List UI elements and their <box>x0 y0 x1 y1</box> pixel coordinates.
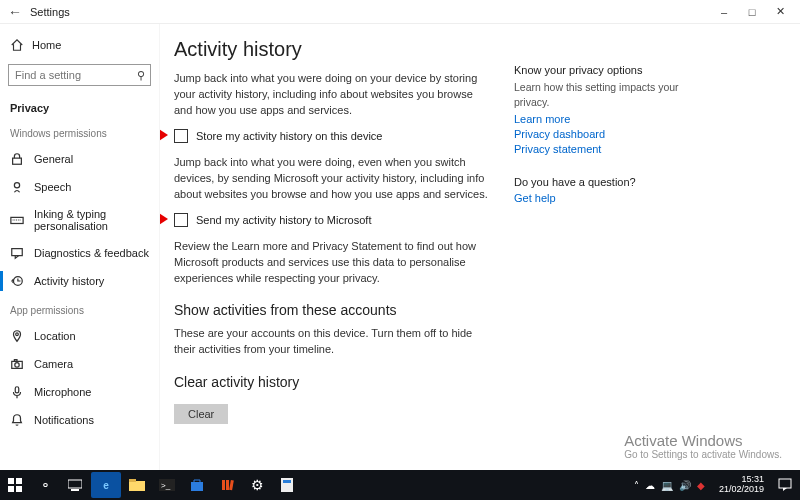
sidebar-item-label: Microphone <box>34 386 91 398</box>
red-arrow-icon <box>160 126 168 146</box>
history-icon <box>10 274 24 288</box>
action-center-icon[interactable] <box>770 470 800 500</box>
svg-rect-19 <box>71 489 79 491</box>
search-icon: ⚲ <box>137 69 145 82</box>
back-button[interactable]: ← <box>6 4 24 20</box>
lock-icon <box>10 152 24 166</box>
sidebar-item-camera[interactable]: Camera <box>0 350 159 378</box>
svg-text:>_: >_ <box>161 481 171 490</box>
taskbar-app-edge[interactable]: e <box>91 472 121 498</box>
tray-chevron-icon[interactable]: ˄ <box>634 480 639 491</box>
taskbar-date: 21/02/2019 <box>719 485 764 495</box>
sidebar-item-label: Notifications <box>34 414 94 426</box>
taskbar-clock[interactable]: 15:31 21/02/2019 <box>713 475 770 495</box>
checkbox-store-label: Store my activity history on this device <box>196 130 382 142</box>
privacy-options-text: Learn how this setting impacts your priv… <box>514 80 704 109</box>
checkbox-row-store[interactable]: Store my activity history on this device <box>174 129 494 143</box>
sidebar-item-label: Speech <box>34 181 71 193</box>
sidebar-item-inking[interactable]: Inking & typing personalisation <box>0 201 159 239</box>
red-arrow-icon <box>160 210 168 230</box>
titlebar: ← Settings – □ ✕ <box>0 0 800 24</box>
search-input[interactable] <box>8 64 151 86</box>
sidebar: Home ⚲ Privacy Windows permissions Gener… <box>0 24 160 470</box>
privacy-options-heading: Know your privacy options <box>514 64 704 76</box>
sidebar-item-label: Inking & typing personalisation <box>34 208 149 232</box>
sidebar-item-diagnostics[interactable]: Diagnostics & feedback <box>0 239 159 267</box>
svg-rect-0 <box>13 158 22 164</box>
svg-point-5 <box>16 333 19 336</box>
settings-column: Activity history Jump back into what you… <box>174 38 494 470</box>
home-icon <box>10 38 24 52</box>
bell-icon <box>10 413 24 427</box>
activation-watermark: Activate Windows Go to Settings to activ… <box>624 432 782 460</box>
intro-text-2: Jump back into what you were doing, even… <box>174 155 494 203</box>
speech-icon <box>10 180 24 194</box>
sidebar-item-location[interactable]: Location <box>0 322 159 350</box>
system-tray[interactable]: ˄ ☁ 💻 🔊 ◆ <box>626 480 713 491</box>
sidebar-item-label: General <box>34 153 73 165</box>
link-get-help[interactable]: Get help <box>514 192 704 204</box>
svg-rect-26 <box>226 480 229 490</box>
sidebar-item-general[interactable]: General <box>0 145 159 173</box>
checkbox-row-send[interactable]: Send my activity history to Microsoft <box>174 213 494 227</box>
main-panel: Activity history Jump back into what you… <box>160 24 800 470</box>
svg-marker-13 <box>160 210 168 228</box>
home-link[interactable]: Home <box>0 32 159 58</box>
accounts-text: These are your accounts on this device. … <box>174 326 494 358</box>
taskview-icon[interactable] <box>60 470 90 500</box>
keyboard-icon <box>10 213 24 227</box>
close-button[interactable]: ✕ <box>766 2 794 22</box>
taskbar-search-icon[interactable]: ⚬ <box>30 470 60 500</box>
camera-icon <box>10 357 24 371</box>
svg-point-7 <box>15 363 19 367</box>
tray-cloud-icon[interactable]: ☁ <box>645 480 655 491</box>
clear-button[interactable]: Clear <box>174 404 228 424</box>
tray-network-icon[interactable]: 💻 <box>661 480 673 491</box>
minimize-button[interactable]: – <box>710 2 738 22</box>
taskbar-app-settings[interactable]: ⚙ <box>242 470 272 500</box>
svg-rect-17 <box>16 486 22 492</box>
svg-rect-25 <box>222 480 225 490</box>
link-learn-more[interactable]: Learn more <box>514 113 704 125</box>
intro-text-1: Jump back into what you were doing on yo… <box>174 71 494 119</box>
taskbar-app-explorer[interactable] <box>122 470 152 500</box>
svg-rect-14 <box>8 478 14 484</box>
svg-rect-8 <box>14 360 17 362</box>
taskbar: ⚬ e >_ ⚙ ˄ ☁ 💻 🔊 ◆ 15:31 21/02/2019 <box>0 470 800 500</box>
sidebar-item-label: Camera <box>34 358 73 370</box>
taskbar-app-store[interactable] <box>182 470 212 500</box>
tray-shield-icon[interactable]: ◆ <box>697 480 705 491</box>
nav-current: Privacy <box>0 96 159 118</box>
location-icon <box>10 329 24 343</box>
window-title: Settings <box>30 6 70 18</box>
svg-point-1 <box>14 183 19 188</box>
home-label: Home <box>32 39 61 51</box>
maximize-button[interactable]: □ <box>738 2 766 22</box>
feedback-icon <box>10 246 24 260</box>
tray-volume-icon[interactable]: 🔊 <box>679 480 691 491</box>
checkbox-send[interactable] <box>174 213 188 227</box>
sidebar-item-notifications[interactable]: Notifications <box>0 406 159 434</box>
svg-rect-20 <box>129 481 145 491</box>
section-windows-permissions: Windows permissions <box>0 118 159 145</box>
info-column: Know your privacy options Learn how this… <box>514 38 704 470</box>
sidebar-item-speech[interactable]: Speech <box>0 173 159 201</box>
sidebar-item-microphone[interactable]: Microphone <box>0 378 159 406</box>
watermark-title: Activate Windows <box>624 432 782 449</box>
question-heading: Do you have a question? <box>514 176 704 188</box>
start-button[interactable] <box>0 470 30 500</box>
svg-rect-15 <box>16 478 22 484</box>
svg-rect-3 <box>12 249 23 256</box>
heading-accounts: Show activities from these accounts <box>174 302 494 318</box>
sidebar-item-activity-history[interactable]: Activity history <box>0 267 159 295</box>
svg-rect-21 <box>129 479 136 482</box>
link-privacy-dashboard[interactable]: Privacy dashboard <box>514 128 704 140</box>
link-privacy-statement[interactable]: Privacy statement <box>514 143 704 155</box>
taskbar-app-calc[interactable] <box>272 470 302 500</box>
svg-rect-18 <box>68 480 82 488</box>
taskbar-app-library[interactable] <box>212 470 242 500</box>
checkbox-store[interactable] <box>174 129 188 143</box>
intro-text-3: Review the Learn more and Privacy Statem… <box>174 239 494 287</box>
sidebar-item-label: Activity history <box>34 275 104 287</box>
taskbar-app-terminal[interactable]: >_ <box>152 470 182 500</box>
